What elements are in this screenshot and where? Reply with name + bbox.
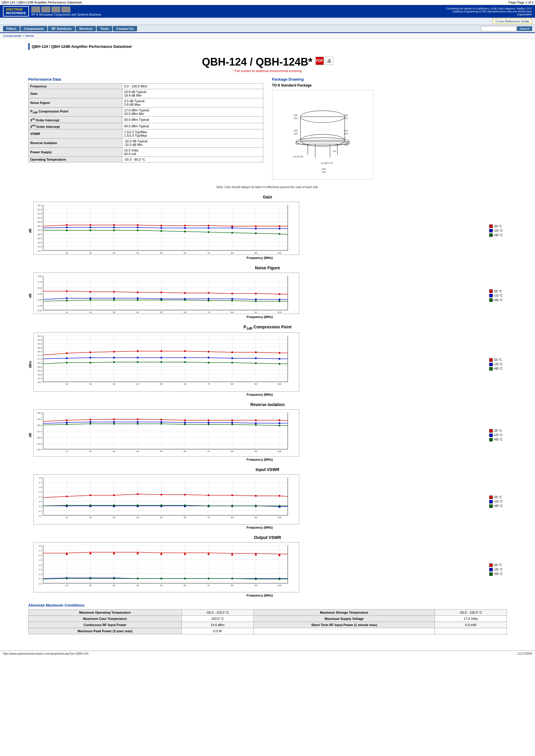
svg-text:.495: .495 <box>343 144 348 146</box>
noise-legend: -55 °C +25 °C +85 °C <box>489 289 507 302</box>
package-section: Package Drawing TO-8 Standard Package <box>272 77 507 179</box>
svg-text:1.6: 1.6 <box>39 486 42 489</box>
svg-text:50: 50 <box>160 584 162 587</box>
svg-point-446 <box>66 578 68 580</box>
svg-point-451 <box>184 578 186 580</box>
input-vswr-chart-section: Input VSWR 1.8 1.7 1.6 1.5 1.4 1.3 1.2 1… <box>28 467 507 529</box>
breadcrumb-home[interactable]: Home <box>25 34 34 38</box>
svg-point-285 <box>90 419 91 420</box>
svg-point-238 <box>90 362 91 364</box>
input-vswr-svg: 1.8 1.7 1.6 1.5 1.4 1.3 1.2 1.1 1.0 <box>33 474 299 525</box>
nav-services[interactable]: Services <box>76 26 96 31</box>
svg-point-294 <box>66 422 68 423</box>
svg-point-450 <box>160 578 162 580</box>
svg-text:50: 50 <box>160 516 162 519</box>
nav-tools[interactable]: Tools <box>97 26 112 31</box>
svg-point-142 <box>160 291 162 293</box>
nav-rf-solutions[interactable]: RF Solutions <box>48 26 75 31</box>
svg-text:50: 50 <box>160 311 162 313</box>
svg-marker-433 <box>231 553 233 555</box>
svg-point-454 <box>255 578 257 580</box>
rev-iso-xlabel: Frequency (MHz) <box>33 458 486 461</box>
output-vswr-legend: -55 °C +25 °C +85 °C <box>489 563 507 576</box>
rev-iso-chart-section: Reverse Isolation dB -30.0 -32.5 -35.0 -… <box>28 402 507 461</box>
company-logo[interactable]: SPECTRUM MICROWAVE <box>3 6 29 16</box>
search-button[interactable]: Search <box>517 26 532 31</box>
breadcrumb-components[interactable]: Components <box>3 34 21 38</box>
svg-point-246 <box>279 363 280 365</box>
svg-point-226 <box>279 352 280 354</box>
svg-point-91 <box>66 230 68 231</box>
svg-point-78 <box>231 225 233 227</box>
cross-reference-link[interactable]: Cross Reference Guide <box>493 19 532 24</box>
svg-point-378 <box>137 504 139 506</box>
svg-point-235 <box>255 357 257 359</box>
input-vswr-ylabel <box>28 501 32 502</box>
legend-neg55: -55 °C <box>489 225 507 228</box>
svg-text:1.3: 1.3 <box>39 500 42 503</box>
svg-point-145 <box>231 293 233 294</box>
nav-components[interactable]: Components <box>20 26 47 31</box>
svg-text:21.0: 21.0 <box>37 216 42 219</box>
svg-point-100 <box>279 233 280 235</box>
svg-text:40: 40 <box>136 450 139 453</box>
performance-section: Performance Data Frequency 5.0 - 100.0 M… <box>28 77 263 179</box>
output-vswr-chart-title: Output VSWR <box>28 535 507 540</box>
svg-text:45°: 45° <box>333 150 336 153</box>
svg-point-241 <box>160 361 162 363</box>
gain-chart-inner: 22.5 22.0 21.5 21.0 20.5 20.0 19.5 19.0 … <box>33 202 486 259</box>
p1db-chart-section: P1dB Compression Point dBm 20.0 19.5 19.… <box>28 325 507 396</box>
svg-point-141 <box>137 291 139 293</box>
svg-text:10: 10 <box>65 311 68 313</box>
svg-point-99 <box>255 232 257 234</box>
table-row: Maximum Peak Power (3 psec max) 0.0 W <box>28 628 507 634</box>
package-section-title: Package Drawing <box>272 77 507 82</box>
svg-point-160 <box>113 299 115 301</box>
svg-point-379 <box>160 504 162 506</box>
svg-point-286 <box>113 418 115 420</box>
page-heading-text: QBH-124 / QBH-124B Amplifier Performance… <box>32 44 505 49</box>
svg-text:-45.0: -45.0 <box>36 448 42 451</box>
svg-point-312 <box>255 424 257 426</box>
output-vswr-chart-inner: 1.8 1.7 1.6 1.5 1.4 1.3 1.2 1.1 1.0 <box>33 542 486 597</box>
gain-legend: -55 °C +25 °C +85 °C <box>489 225 507 237</box>
svg-point-377 <box>113 504 115 506</box>
svg-text:19.5: 19.5 <box>37 229 42 231</box>
svg-text:1.0: 1.0 <box>39 582 42 585</box>
svg-point-240 <box>137 361 139 363</box>
svg-text:-40.0: -40.0 <box>36 437 42 439</box>
svg-text:16.5: 16.5 <box>37 362 42 364</box>
svg-text:20.0: 20.0 <box>37 335 42 338</box>
svg-point-287 <box>137 418 139 420</box>
svg-text:1.8: 1.8 <box>39 545 42 547</box>
svg-marker-428 <box>113 551 115 554</box>
svg-point-358 <box>137 493 139 495</box>
division-label: RF & Microwave Components and Systems Bu… <box>31 13 101 16</box>
svg-point-289 <box>184 419 186 421</box>
svg-text:60: 60 <box>183 516 186 519</box>
svg-point-381 <box>208 505 210 507</box>
navigation-bar: Filters Components RF Solutions Services… <box>0 25 535 33</box>
search-input[interactable] <box>481 26 517 31</box>
svg-point-305 <box>90 423 91 425</box>
svg-point-309 <box>184 423 186 425</box>
svg-text:40: 40 <box>136 516 139 519</box>
svg-point-217 <box>66 352 68 354</box>
svg-text:-37.5: -37.5 <box>36 430 42 433</box>
input-vswr-chart-inner: 1.8 1.7 1.6 1.5 1.4 1.3 1.2 1.1 1.0 <box>33 474 486 529</box>
svg-point-146 <box>255 293 257 294</box>
nav-contact[interactable]: Contact Us <box>113 26 137 31</box>
p1db-legend: -55 °C +25 °C +85 °C <box>489 358 507 371</box>
package-subtitle: TO-8 Standard Package <box>272 83 507 87</box>
svg-text:20: 20 <box>89 516 92 519</box>
svg-text:3.25: 3.25 <box>37 293 42 295</box>
svg-point-150 <box>113 297 115 299</box>
print-icon[interactable]: 🖨 <box>325 57 333 65</box>
grounding-note: Note: Care should always be taken to eff… <box>28 185 507 189</box>
pdf-icon[interactable]: PDF <box>316 57 324 65</box>
svg-point-96 <box>184 230 186 232</box>
svg-text:20.5: 20.5 <box>37 221 42 223</box>
svg-text:70: 70 <box>207 450 210 453</box>
svg-text:3.75: 3.75 <box>37 281 42 284</box>
nav-filters[interactable]: Filters <box>3 26 20 31</box>
